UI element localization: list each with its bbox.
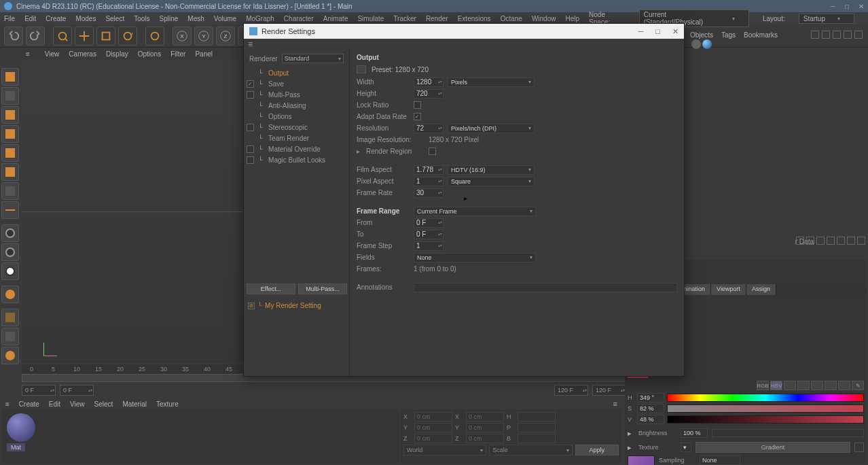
coord-x-pos[interactable]: 0 cm <box>414 412 452 421</box>
brightness-expand-icon[interactable]: ▸ <box>628 429 634 438</box>
my-render-setting-item[interactable]: ⊞ └ My Render Setting <box>248 302 321 309</box>
minimize-button[interactable]: ─ <box>831 3 835 10</box>
tree-material-override[interactable]: Material Override <box>268 145 321 153</box>
coord-b-rot[interactable] <box>518 434 556 443</box>
menu-modes[interactable]: Modes <box>75 15 96 22</box>
color-opt-3[interactable] <box>811 381 823 390</box>
material-name[interactable]: Mat <box>7 443 25 451</box>
tree-matoverride-checkbox[interactable] <box>247 145 254 153</box>
coord-p-rot[interactable] <box>518 423 556 432</box>
sphere-object-icon[interactable] <box>702 39 712 49</box>
height-field[interactable]: 720▴▾ <box>414 89 444 99</box>
timeline-current-field[interactable]: 0 F▴▾ <box>60 385 94 396</box>
snap-toggle-1[interactable] <box>1 224 19 242</box>
tree-magic-bullet[interactable]: Magic Bullet Looks <box>268 156 325 164</box>
viewport[interactable]: ≡ View Cameras Display Options Filter Pa… <box>22 48 243 363</box>
sat-slider[interactable] <box>667 404 864 413</box>
tree-teamrender[interactable]: Team Render <box>268 135 309 142</box>
menu-tools[interactable]: Tools <box>134 15 149 22</box>
fields-dropdown[interactable]: None▾ <box>414 253 536 262</box>
brightness-field[interactable]: 100 % <box>681 428 708 438</box>
obj-icon-5[interactable] <box>854 31 863 39</box>
attr-nav-back-icon[interactable] <box>796 237 804 245</box>
attr-nav-fwd-icon[interactable] <box>806 237 814 245</box>
color-mode-hsv-button[interactable]: HSV <box>770 381 782 390</box>
color-opt-4[interactable] <box>825 381 837 390</box>
tree-magicbullet-checkbox[interactable] <box>247 156 254 164</box>
vp-menu-cameras[interactable]: Cameras <box>69 50 96 58</box>
hue-field[interactable]: 349 ° <box>637 393 664 402</box>
timeline-end2-field[interactable]: 120 F▴▾ <box>592 385 626 396</box>
layout-dropdown[interactable]: Startup▾ <box>799 14 854 24</box>
attr-tab-assign[interactable]: Assign <box>746 284 776 295</box>
menu-animate[interactable]: Animate <box>323 15 348 22</box>
color-opt-5[interactable] <box>838 381 850 390</box>
mat-menu-view[interactable]: View <box>70 400 85 408</box>
eyedropper-icon[interactable]: ✎ <box>852 381 864 390</box>
coord-z-pos[interactable]: 0 cm <box>414 434 452 443</box>
grid-button-2[interactable] <box>1 328 19 345</box>
hue-slider[interactable] <box>667 394 864 402</box>
redo-button[interactable] <box>26 27 45 46</box>
dialog-close-button[interactable]: ✕ <box>672 27 679 36</box>
tree-options[interactable]: Options <box>268 113 291 120</box>
viewport-canvas[interactable] <box>22 60 243 363</box>
snap-settings-button[interactable] <box>1 347 19 364</box>
tree-antialiasing[interactable]: Anti-Aliasing <box>268 102 306 109</box>
brightness-slider[interactable] <box>712 429 864 437</box>
texture-clear-icon[interactable] <box>854 443 864 452</box>
vp-menu-options[interactable]: Options <box>138 50 161 58</box>
val-field[interactable]: 48 % <box>637 415 664 424</box>
coord-hamburger-icon[interactable]: ≡ <box>613 400 617 408</box>
tree-multipass[interactable]: Multi-Pass <box>268 91 300 99</box>
obj-icon-3[interactable] <box>833 31 841 39</box>
setting-expand-icon[interactable]: ⊞ <box>248 303 255 309</box>
framerange-dropdown[interactable]: Current Frame▾ <box>414 207 536 216</box>
snap-toggle-3[interactable] <box>1 262 19 280</box>
attr-expand-icon[interactable] <box>857 237 865 245</box>
filmaspect-field[interactable]: 1.778▴▾ <box>414 165 444 175</box>
filmaspect-dropdown[interactable]: HDTV (16:9)▾ <box>448 165 535 175</box>
axis-mode-button[interactable] <box>1 201 19 219</box>
menu-mesh[interactable]: Mesh <box>187 15 204 22</box>
resolution-unit-dropdown[interactable]: Pixels/Inch (DPI)▾ <box>448 124 535 133</box>
menu-edit[interactable]: Edit <box>24 15 36 22</box>
renderregion-checkbox[interactable] <box>429 148 436 155</box>
menu-create[interactable]: Create <box>46 15 66 22</box>
attr-nav-up-icon[interactable] <box>816 237 825 245</box>
objects-menu-tags[interactable]: Tags <box>721 31 736 39</box>
menu-tracker[interactable]: Tracker <box>393 15 416 22</box>
attr-mode-icon[interactable] <box>847 237 855 245</box>
width-field[interactable]: 1280▴▾ <box>414 78 444 87</box>
tree-save[interactable]: Save <box>268 80 284 88</box>
pixelaspect-field[interactable]: 1▴▾ <box>414 177 444 186</box>
make-editable-button[interactable] <box>1 68 19 86</box>
point-mode-button[interactable] <box>1 144 19 162</box>
vp-menu-display[interactable]: Display <box>106 50 128 58</box>
workplane-button[interactable] <box>1 125 19 143</box>
menu-simulate[interactable]: Simulate <box>357 15 384 22</box>
preset-button[interactable] <box>357 65 366 73</box>
objects-menu-file[interactable]: Objects <box>690 31 713 39</box>
rotate-tool[interactable] <box>118 27 137 46</box>
mat-menu-select[interactable]: Select <box>94 400 113 408</box>
renderer-dropdown[interactable]: Standard▾ <box>282 54 344 63</box>
timeline-start-field[interactable]: 0 F▴▾ <box>22 385 56 396</box>
axis-x-toggle[interactable]: X <box>173 27 192 46</box>
mat-menu-edit[interactable]: Edit <box>49 400 60 408</box>
menu-spline[interactable]: Spline <box>160 15 179 22</box>
model-mode-button[interactable] <box>1 87 19 105</box>
attr-new-icon[interactable] <box>837 237 845 245</box>
material-preview-icon[interactable] <box>7 413 35 442</box>
scene-object-icon[interactable] <box>691 39 701 49</box>
menu-window[interactable]: Window <box>532 15 556 22</box>
axis-widget[interactable] <box>35 336 56 356</box>
coord-h-rot[interactable] <box>518 412 556 421</box>
tree-stereo-checkbox[interactable] <box>247 124 254 131</box>
timeline-end-field[interactable]: 120 F▴▾ <box>554 385 588 396</box>
pixelaspect-dropdown[interactable]: Square▾ <box>448 177 535 186</box>
coord-z-size[interactable]: 0 cm <box>466 434 504 443</box>
undo-button[interactable] <box>4 27 23 46</box>
axis-z-toggle[interactable]: Z <box>216 27 235 46</box>
multipass-button[interactable]: Multi-Pass... <box>298 283 347 294</box>
